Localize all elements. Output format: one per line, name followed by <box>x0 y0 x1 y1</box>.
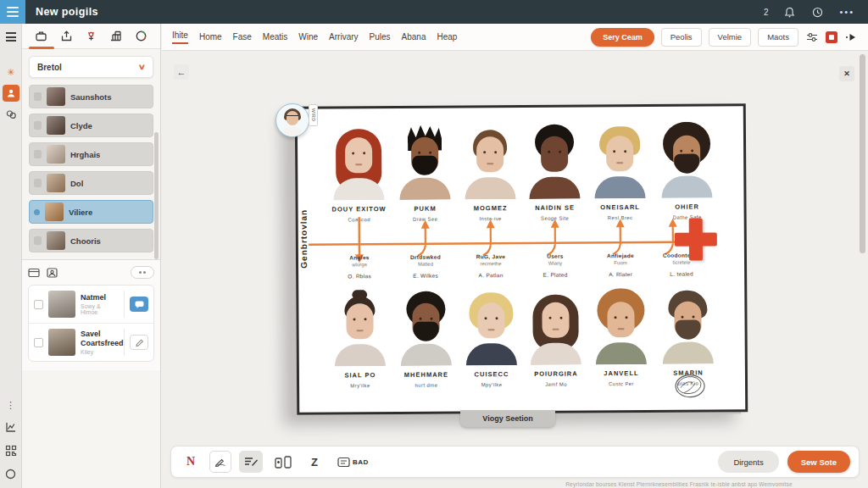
list-item[interactable]: Saunshots <box>29 85 153 108</box>
list-item[interactable]: Clyde <box>29 114 153 137</box>
back-arrow-icon[interactable]: ← <box>174 64 189 80</box>
pen-button[interactable] <box>209 451 231 473</box>
save-button[interactable]: Sew Sote <box>787 451 850 473</box>
portrait-avatar <box>327 124 391 201</box>
portrait-card[interactable]: MHEHMARE hurt dme <box>392 290 459 389</box>
portrait-card[interactable]: CUISECC Mpy'ilke <box>458 289 525 388</box>
canvas-area[interactable]: ← ✕ WIRD Genbrtovlan DOUY EXITOW Coascod… <box>162 51 868 488</box>
portrait-avatar <box>393 124 457 201</box>
portrait-subtitle: Draw See <box>392 217 459 223</box>
drag-handle-icon[interactable] <box>34 236 42 245</box>
list-item[interactable]: Hrghais <box>29 142 153 166</box>
saved-card[interactable]: Savel Coartsfreed Kiley <box>29 323 153 361</box>
canvas-scrollbar[interactable] <box>860 54 865 253</box>
play-icon[interactable] <box>844 30 858 44</box>
rail-active-tool-button[interactable] <box>3 85 19 102</box>
more-options-icon[interactable]: ••• <box>839 7 854 17</box>
avatar <box>45 202 64 221</box>
card-subtitle: Sowy & Himoe <box>81 303 119 315</box>
portrait-card[interactable]: ONEISARL Resl Brec <box>587 122 654 221</box>
portrait-card[interactable]: PUKM Draw See <box>392 124 459 223</box>
devices-button[interactable] <box>270 451 296 473</box>
panel-scrollbar[interactable] <box>154 132 159 259</box>
menu-item[interactable]: Fase <box>233 32 252 42</box>
list-item-selected[interactable]: Viliere <box>29 200 153 224</box>
checkbox[interactable] <box>34 300 43 309</box>
list-item-label: Hrghais <box>70 150 100 159</box>
record-icon[interactable] <box>826 31 837 43</box>
menu-item[interactable]: Heap <box>437 32 457 42</box>
drag-handle-icon[interactable] <box>34 121 42 130</box>
presence-avatar <box>275 103 309 137</box>
header-actions: 2 ••• <box>764 6 854 19</box>
z-button[interactable]: Z <box>303 451 326 473</box>
view-button[interactable]: Peolis <box>661 28 702 47</box>
clock-icon[interactable] <box>811 6 824 19</box>
filter-edit-button[interactable] <box>239 451 263 473</box>
tab-briefcase[interactable] <box>33 28 50 45</box>
portrait-avatar <box>394 290 458 367</box>
tab-flower[interactable] <box>82 28 99 45</box>
board-icon[interactable] <box>28 268 40 278</box>
ellipsis-icon[interactable]: ⋮ <box>6 402 15 409</box>
drag-handle-icon[interactable] <box>34 92 42 101</box>
tab-export[interactable] <box>58 28 75 45</box>
saved-card[interactable]: Natmel Sowy & Himoe <box>29 286 153 323</box>
dropdown-value: Bretol <box>37 63 62 72</box>
bad-button[interactable]: BAD <box>333 451 373 473</box>
rail-menu-icon[interactable] <box>6 32 16 42</box>
chart-icon[interactable] <box>5 421 17 433</box>
portrait-name: ONEISARL <box>587 203 654 212</box>
portrait-name: DOUY EXITOW <box>326 205 392 214</box>
sliders-icon[interactable] <box>805 30 819 44</box>
portrait-card[interactable]: JANVELL Custc Per <box>587 288 654 387</box>
portrait-avatar <box>589 288 653 365</box>
tab-grid[interactable] <box>108 28 125 45</box>
portrait-card[interactable]: DOUY EXITOW Coascod <box>326 124 392 223</box>
bell-icon[interactable] <box>783 6 796 19</box>
qr-icon[interactable] <box>5 445 17 457</box>
filter-dropdown[interactable]: Bretol ∨ <box>29 56 153 78</box>
edit-action-button[interactable] <box>130 335 148 350</box>
menu-item[interactable]: Meatis <box>263 32 287 42</box>
close-icon[interactable]: ✕ <box>839 66 854 81</box>
portrait-card[interactable]: MOGMEZ Insta-ive <box>457 123 524 222</box>
doodle-scribble <box>672 370 708 401</box>
section-tab[interactable]: Viogy Seetion <box>460 410 555 427</box>
group-icon[interactable] <box>5 108 17 120</box>
tab-target[interactable] <box>132 28 149 45</box>
rail-bottom-icons: ⋮ <box>5 402 17 480</box>
card-title: Savel Coartsfreed <box>81 330 119 347</box>
menu-item[interactable]: Pules <box>370 32 391 42</box>
timeline-note: RuG, JaverecmetheA. Patlan <box>453 253 528 279</box>
saved-section: Natmel Sowy & Himoe Savel Coartsfreed Ki… <box>22 259 160 370</box>
view-button[interactable]: Maots <box>758 28 798 47</box>
portrait-card[interactable]: SIAL PO Mry'ilke <box>326 290 393 389</box>
portrait-card[interactable]: NAIDIN SE Seoge Site <box>521 122 588 221</box>
drag-handle-icon[interactable] <box>34 150 42 158</box>
drag-handle-icon[interactable] <box>34 179 42 187</box>
list-item[interactable]: Dol <box>29 171 153 195</box>
chat-action-button[interactable] <box>130 297 148 312</box>
mood-board[interactable]: Genbrtovlan DOUY EXITOW Coascod PUKM Dra… <box>295 103 748 415</box>
list-item[interactable]: Chooris <box>29 229 153 252</box>
hamburger-menu-button[interactable] <box>0 0 25 24</box>
menu-item[interactable]: Wine <box>298 32 318 42</box>
timeline-note: UsersWlanyE. Plated <box>518 252 593 278</box>
menu-item[interactable]: Arrivary <box>329 32 358 42</box>
notion-n-button[interactable]: N <box>180 451 202 473</box>
view-button[interactable]: Velmie <box>709 28 752 47</box>
circle-icon[interactable] <box>5 469 16 480</box>
portrait-card[interactable]: POIURGIRA Jamf Mo <box>522 288 589 387</box>
menu-item[interactable]: Abana <box>402 32 426 42</box>
menu-item[interactable]: Home <box>199 32 222 42</box>
portrait-card[interactable]: OHIER Dathe Safe <box>654 121 721 220</box>
checkbox[interactable] <box>34 338 43 347</box>
primary-action-button[interactable]: Sery Ceam <box>591 28 654 47</box>
photo-icon[interactable] <box>47 268 58 278</box>
menu-item[interactable]: Ihite <box>172 30 188 44</box>
add-plus-icon[interactable] <box>675 218 717 260</box>
section-options-toggle[interactable] <box>131 266 154 279</box>
secondary-button[interactable]: Dirgents <box>718 451 778 473</box>
sparkle-icon[interactable]: ✳ <box>7 67 14 78</box>
